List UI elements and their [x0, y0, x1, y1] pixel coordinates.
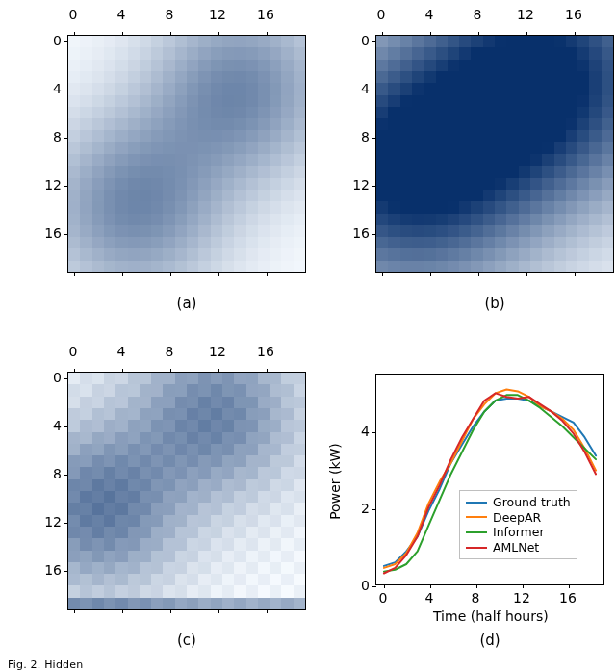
heatmap-cell	[566, 214, 578, 225]
heatmap-cell	[554, 142, 566, 154]
heatmap-cell	[448, 107, 459, 118]
heatmap-cell	[506, 83, 518, 94]
heatmap-cell	[519, 60, 530, 71]
heatmap-cell	[412, 142, 424, 154]
heatmap-cell	[116, 36, 127, 47]
heatmap-cell	[222, 130, 234, 142]
heatmap-cell	[92, 538, 104, 550]
heatmap-cell	[128, 178, 140, 190]
heatmap-cell	[222, 538, 234, 550]
heatmap-cell	[140, 248, 151, 260]
heatmap-cell	[294, 574, 305, 585]
heatmap-cell	[281, 237, 293, 248]
heatmap-cell	[128, 527, 140, 538]
heatmap-cell	[211, 190, 222, 201]
heatmap-cell	[198, 71, 210, 83]
heatmap-cell	[246, 190, 258, 201]
heatmap-cell	[128, 479, 140, 491]
panel-c-ytick-16: 16	[38, 563, 62, 577]
heatmap-cell	[246, 83, 258, 94]
heatmap-cell	[294, 551, 305, 562]
heatmap-cell	[566, 178, 578, 190]
heatmap-cell	[246, 130, 258, 142]
heatmap-cell	[578, 178, 589, 190]
heatmap-cell	[566, 130, 578, 142]
heatmap-cell	[589, 107, 601, 118]
heatmap-cell	[92, 214, 104, 225]
heatmap-cell	[163, 373, 174, 384]
panel-a-xtick-4: 4	[117, 8, 126, 21]
heatmap-cell	[163, 154, 174, 166]
heatmap-cell	[246, 585, 258, 597]
heatmap-cell	[68, 408, 80, 420]
panel-b-xtick-16: 16	[565, 8, 582, 21]
heatmap-cell	[104, 562, 116, 574]
heatmap-cell	[530, 36, 542, 47]
heatmap-cell	[128, 166, 140, 177]
heatmap-cell	[80, 47, 91, 59]
heatmap-cell	[436, 214, 448, 225]
heatmap-cell	[258, 248, 270, 260]
heatmap-cell	[412, 71, 424, 83]
heatmap-cell	[294, 154, 305, 166]
heatmap-cell	[163, 190, 174, 201]
heatmap-cell	[436, 60, 448, 71]
heatmap-cell	[104, 527, 116, 538]
heatmap-cell	[436, 130, 448, 142]
heatmap-cell	[246, 397, 258, 408]
heatmap-cell	[294, 408, 305, 420]
heatmap-cell	[459, 248, 471, 260]
heatmap-cell	[211, 551, 222, 562]
heatmap-cell	[104, 214, 116, 225]
heatmap-cell	[198, 118, 210, 130]
heatmap-cell	[116, 574, 127, 585]
heatmap-cell	[376, 142, 388, 154]
heatmap-cell	[294, 248, 305, 260]
heatmap-cell	[211, 444, 222, 455]
heatmap-cell	[270, 467, 281, 478]
heatmap-cell	[578, 95, 589, 107]
heatmap-cell	[187, 190, 198, 201]
heatmap-cell	[412, 154, 424, 166]
heatmap-cell	[128, 551, 140, 562]
heatmap-cell	[459, 261, 471, 272]
heatmap-cell	[151, 491, 163, 503]
heatmap-cell	[151, 60, 163, 71]
heatmap-cell	[578, 225, 589, 237]
heatmap-cell	[270, 261, 281, 272]
heatmap-cell	[270, 154, 281, 166]
heatmap-cell	[530, 130, 542, 142]
heatmap-cell	[211, 527, 222, 538]
legend-swatch-icon	[466, 502, 487, 504]
heatmap-cell	[140, 397, 151, 408]
heatmap-cell	[542, 118, 553, 130]
heatmap-cell	[198, 95, 210, 107]
heatmap-cell	[68, 214, 80, 225]
heatmap-cell	[140, 574, 151, 585]
heatmap-cell	[68, 397, 80, 408]
heatmap-cell	[589, 130, 601, 142]
heatmap-cell	[151, 479, 163, 491]
heatmap-cell	[92, 598, 104, 609]
heatmap-cell	[140, 214, 151, 225]
heatmap-cell	[140, 551, 151, 562]
heatmap-cell	[128, 95, 140, 107]
legend-item-ground-truth: Ground truth	[466, 495, 571, 510]
heatmap-cell	[187, 397, 198, 408]
heatmap-cell	[376, 154, 388, 166]
heatmap-cell	[554, 83, 566, 94]
panel-b-ytick-8: 8	[354, 130, 370, 143]
heatmap-cell	[104, 585, 116, 597]
heatmap-cell	[151, 515, 163, 527]
heatmap-cell	[258, 60, 270, 71]
heatmap-cell	[104, 444, 116, 455]
heatmap-cell	[281, 154, 293, 166]
heatmap-cell	[542, 36, 553, 47]
heatmap-cell	[506, 107, 518, 118]
heatmap-cell	[530, 261, 542, 272]
heatmap-cell	[140, 201, 151, 213]
heatmap-cell	[175, 503, 187, 514]
heatmap-cell	[589, 190, 601, 201]
heatmap-cell	[519, 154, 530, 166]
heatmap-cell	[400, 107, 412, 118]
